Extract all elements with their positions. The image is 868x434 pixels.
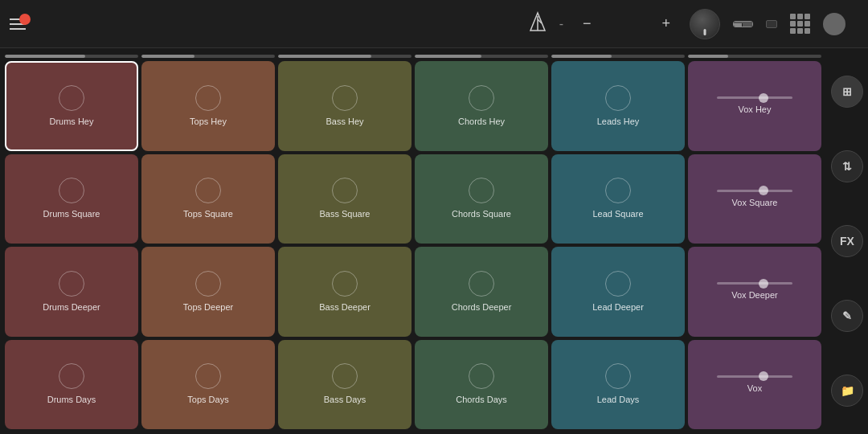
pad-label: Drums Days: [47, 394, 96, 405]
pad-circle-icon: [332, 178, 358, 203]
progress-chords: [415, 55, 548, 58]
pad-circle-icon: [605, 271, 631, 297]
pad-circle-icon: [605, 178, 631, 203]
pad-0-4[interactable]: Leads Hey: [551, 61, 685, 151]
pad-2-5[interactable]: Vox Deeper: [688, 247, 821, 337]
pad-2-4[interactable]: Lead Deeper: [551, 247, 685, 337]
pad-label: Leads Hey: [597, 116, 640, 127]
tempo-decrease-button[interactable]: −: [576, 12, 598, 35]
pad-label: Drums Hey: [49, 116, 93, 127]
pad-3-1[interactable]: Tops Days: [141, 340, 275, 430]
pad-label: Lead Deeper: [592, 301, 644, 313]
pad-3-0[interactable]: Drums Days: [5, 340, 138, 430]
pad-label: Chords Hey: [458, 116, 505, 127]
pad-slider-container: [717, 190, 793, 192]
separator: -: [559, 17, 563, 31]
pad-2-3[interactable]: Chords Deeper: [415, 247, 548, 337]
pad-label: Lead Days: [597, 394, 640, 405]
metronome-icon[interactable]: [529, 11, 547, 37]
pad-3-2[interactable]: Bass Days: [278, 340, 411, 430]
edit-button[interactable]: ✎: [831, 300, 863, 332]
pad-label: Tops Deeper: [183, 301, 233, 313]
pad-circle-icon: [332, 85, 358, 111]
loop-control[interactable]: [733, 21, 753, 27]
pad-label: Chords Days: [456, 394, 507, 405]
pad-slider-container: [717, 282, 793, 285]
pad-label: Vox Square: [732, 197, 778, 208]
pad-circle-icon: [59, 178, 84, 203]
pad-circle-icon: [605, 363, 631, 389]
pad-3-3[interactable]: Chords Days: [415, 340, 548, 430]
pad-slider-container: [717, 96, 793, 99]
pad-circle-icon: [195, 178, 221, 203]
pad-circle-icon: [605, 85, 631, 111]
pad-slider-thumb: [759, 93, 768, 103]
pads-grid: Drums HeyTops HeyBass HeyChords HeyLeads…: [3, 61, 823, 431]
grid-view-button[interactable]: ⊞: [831, 76, 863, 108]
pad-slider-track[interactable]: [717, 190, 793, 192]
pad-1-1[interactable]: Tops Square: [141, 154, 275, 244]
progress-leads: [551, 55, 685, 58]
pad-label: Vox Hey: [739, 104, 772, 115]
pad-0-5[interactable]: Vox Hey: [688, 61, 821, 151]
pad-circle-icon: [469, 85, 494, 111]
pad-2-0[interactable]: Drums Deeper: [5, 247, 138, 337]
fx-button[interactable]: FX: [831, 225, 863, 257]
app-header: - − +: [0, 0, 868, 48]
progress-vox: [688, 55, 821, 58]
pad-1-5[interactable]: Vox Square: [688, 154, 821, 244]
pad-label: Tops Days: [187, 394, 228, 405]
pad-1-4[interactable]: Lead Square: [551, 154, 685, 244]
pad-slider-container: [717, 375, 793, 378]
knob-indicator: [704, 29, 706, 35]
pad-label: Bass Days: [324, 394, 366, 405]
pad-0-1[interactable]: Tops Hey: [141, 61, 275, 151]
pad-circle-icon: [332, 271, 358, 297]
pad-circle-icon: [469, 178, 494, 203]
pad-3-4[interactable]: Lead Days: [551, 340, 685, 430]
pad-slider-track[interactable]: [717, 96, 793, 99]
progress-row: [3, 51, 823, 61]
pad-circle-icon: [59, 85, 84, 111]
loop-number: [743, 23, 752, 27]
pad-circle-icon: [332, 363, 358, 389]
pad-label: Bass Deeper: [319, 301, 371, 313]
drum-label: [734, 23, 742, 27]
progress-tops: [141, 55, 275, 58]
pad-label: Bass Hey: [326, 116, 363, 127]
quantize-button[interactable]: [766, 20, 777, 28]
main-knob[interactable]: [690, 9, 720, 39]
pad-1-3[interactable]: Chords Square: [415, 154, 548, 244]
pad-3-5[interactable]: Vox: [688, 340, 821, 430]
pad-label: Tops Square: [183, 208, 233, 219]
pad-1-2[interactable]: Bass Square: [278, 154, 411, 244]
pad-slider-thumb: [759, 186, 768, 195]
mixer-button[interactable]: ⇅: [831, 150, 863, 182]
pad-slider-thumb: [759, 279, 768, 289]
pad-2-1[interactable]: Tops Deeper: [141, 247, 275, 337]
pad-0-3[interactable]: Chords Hey: [415, 61, 548, 151]
grid-icon[interactable]: [790, 14, 810, 34]
pad-0-2[interactable]: Bass Hey: [278, 61, 411, 151]
pad-label: Chords Deeper: [452, 301, 512, 313]
pad-slider-track[interactable]: [717, 282, 793, 285]
pad-circle-icon: [469, 363, 494, 389]
menu-button[interactable]: [10, 18, 26, 30]
pad-0-0[interactable]: Drums Hey: [5, 61, 138, 151]
pad-label: Drums Square: [43, 208, 100, 219]
tempo-increase-button[interactable]: +: [655, 12, 677, 35]
status-circle: [823, 13, 845, 35]
pad-label: Bass Square: [320, 208, 371, 219]
pad-circle-icon: [59, 363, 84, 389]
pad-label: Vox: [747, 383, 762, 394]
pad-label: Chords Square: [452, 208, 511, 219]
pad-label: Tops Hey: [190, 116, 227, 127]
files-button[interactable]: 📁: [831, 375, 863, 407]
pad-circle-icon: [195, 363, 221, 389]
pad-1-0[interactable]: Drums Square: [5, 154, 138, 244]
pad-2-2[interactable]: Bass Deeper: [278, 247, 411, 337]
pad-grid-container: Drums HeyTops HeyBass HeyChords HeyLeads…: [0, 48, 826, 434]
pad-circle-icon: [469, 271, 494, 297]
progress-drums: [5, 55, 138, 58]
pad-slider-track[interactable]: [717, 375, 793, 378]
